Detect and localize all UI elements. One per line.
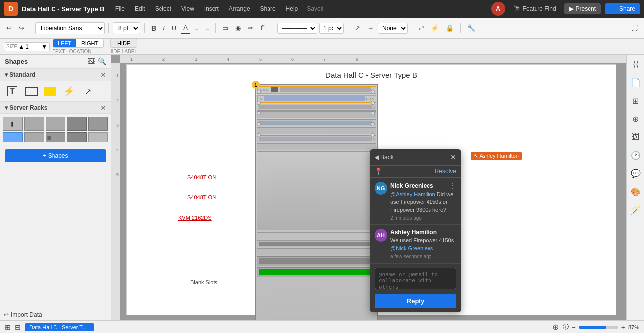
rack-shape-9[interactable] xyxy=(67,132,87,142)
lightning-shape[interactable]: ⚡ xyxy=(61,85,76,97)
rack-row-5[interactable]: ○ xyxy=(257,119,376,126)
menu-view[interactable]: View xyxy=(178,4,197,13)
share-button[interactable]: 👤 Share xyxy=(605,3,640,14)
zoom-out-button[interactable]: − xyxy=(572,323,576,331)
undo-button[interactable]: ↩ xyxy=(4,23,14,33)
import-data-button[interactable]: ↩ Import Data xyxy=(0,309,111,320)
menu-share[interactable]: Share xyxy=(257,4,279,13)
font-size-select[interactable]: 8 pt 10 pt 12 pt xyxy=(113,22,140,34)
help-icon[interactable]: ⓘ xyxy=(563,323,569,331)
font-select[interactable]: Liberation Sans xyxy=(35,22,105,34)
waypoint-button[interactable]: ↗ xyxy=(352,23,363,33)
fullscreen-button[interactable]: ⛶ xyxy=(629,23,640,33)
redo-button[interactable]: ↪ xyxy=(16,23,27,33)
reset-button[interactable]: ⇄ xyxy=(416,23,427,33)
comment-input[interactable] xyxy=(375,268,456,289)
sidebar-image-icon[interactable]: 🖼 xyxy=(88,57,95,65)
zoom-slider[interactable] xyxy=(579,326,618,329)
menu-file[interactable]: File xyxy=(112,4,128,13)
loc-right-button[interactable]: RIGHT xyxy=(76,39,103,47)
fill-button[interactable]: ◉ xyxy=(233,23,243,33)
arrow-shape[interactable]: ↗ xyxy=(80,85,95,97)
align-center-button[interactable]: ≡ xyxy=(203,23,212,33)
arrow-style-button[interactable]: → xyxy=(365,23,376,33)
text-shape[interactable]: T xyxy=(5,85,20,97)
rack-shape-7[interactable] xyxy=(24,132,44,142)
server-racks-close-icon[interactable]: ✕ xyxy=(100,104,106,111)
italic-button[interactable]: I xyxy=(161,23,167,33)
rack-row-selected-1[interactable]: ○ ○ ○ ○ xyxy=(257,86,376,94)
sidebar-search-icon[interactable]: 🔍 xyxy=(98,57,106,65)
reply-button[interactable]: Reply xyxy=(375,294,456,308)
canvas-page[interactable]: Data Hall C - Server Type B ○ ○ ○ ○ ○ 1 … xyxy=(126,64,616,315)
rack-row-8[interactable] xyxy=(257,143,376,150)
feature-find-button[interactable]: 🔭 Feature Find xyxy=(509,3,560,14)
line-width-select[interactable]: 1 px 2 px 3 px xyxy=(319,23,344,34)
grid-list-icon[interactable]: ⊞ xyxy=(5,323,11,331)
rack-row-selected-2[interactable]: ○ 1 0 ○ xyxy=(257,95,376,103)
present-button[interactable]: ▶ Present xyxy=(564,3,601,14)
rack-shape-1[interactable]: ▌ xyxy=(3,117,23,131)
lightning-button[interactable]: ⚡ xyxy=(429,23,441,33)
comment-more-button-1[interactable]: ⋮ xyxy=(449,182,456,190)
underline-button[interactable]: U xyxy=(169,23,179,33)
server-rack[interactable]: ○ ○ ○ ○ ○ 1 0 ○ ○ ○ xyxy=(255,84,378,320)
resolve-button[interactable]: Resolve xyxy=(435,168,456,175)
images-icon[interactable]: 🖼 xyxy=(630,131,642,144)
label-kvm-2162ds[interactable]: KVM 2162DS xyxy=(178,215,212,221)
grid-icon[interactable]: ⊟ xyxy=(15,323,21,331)
font-color-button[interactable]: A xyxy=(181,22,190,34)
menu-select[interactable]: Select xyxy=(152,4,174,13)
align-left-button[interactable]: ≡ xyxy=(192,23,201,33)
zoom-in-button[interactable]: + xyxy=(621,323,625,331)
rack-shape-8[interactable]: |||| xyxy=(46,132,65,142)
rack-row-r840-2[interactable] xyxy=(257,267,376,277)
rack-row-bottom-1[interactable] xyxy=(257,232,376,239)
rack-shape-5[interactable] xyxy=(88,117,108,131)
rect-shape-button[interactable]: ▭ xyxy=(220,23,231,33)
menu-edit[interactable]: Edit xyxy=(132,4,148,13)
canvas-area[interactable]: 12345678 12345 Data Hall C - Server Type… xyxy=(111,55,626,320)
expand-icon[interactable]: ⟨⟨ xyxy=(631,57,641,71)
rack-shape-2[interactable] xyxy=(24,117,44,131)
extras-button[interactable]: 🔧 xyxy=(465,23,478,33)
rack-row-4[interactable] xyxy=(257,111,376,118)
wand-icon[interactable]: 🪄 xyxy=(629,204,643,217)
rack-shape-3[interactable] xyxy=(46,117,65,131)
label-s4048t-on-2[interactable]: S4048T-ON xyxy=(187,194,216,200)
comment-back-button[interactable]: ◀ Back xyxy=(375,154,394,161)
label-blank-slots[interactable]: Blank Slots xyxy=(190,279,217,285)
rack-row-7[interactable]: ○ xyxy=(257,135,376,142)
hide-label-button[interactable]: HIDE xyxy=(110,39,137,48)
layers-icon[interactable]: ⊕ xyxy=(630,112,641,126)
rack-shape-4[interactable] xyxy=(67,117,87,131)
line-style-select[interactable]: ──────── - - - - - xyxy=(277,23,317,34)
rect-shape[interactable] xyxy=(24,85,39,97)
standard-close-icon[interactable]: ✕ xyxy=(100,71,106,79)
menu-help[interactable]: Help xyxy=(283,4,301,13)
comments-icon[interactable]: 💬 xyxy=(629,167,643,180)
pages-icon[interactable]: 📄 xyxy=(629,76,643,89)
rack-shape-10[interactable] xyxy=(88,132,108,142)
user-avatar[interactable]: A xyxy=(491,2,505,16)
rack-row-r840-1[interactable] xyxy=(257,256,376,266)
connection-select[interactable]: None xyxy=(378,23,408,34)
menu-insert[interactable]: Insert xyxy=(201,4,222,13)
clock-icon[interactable]: 🕐 xyxy=(629,149,643,162)
add-page-button[interactable]: ⊕ xyxy=(552,322,559,332)
table-icon[interactable]: ⊞ xyxy=(630,94,641,108)
comment-close-button[interactable]: ✕ xyxy=(450,153,456,161)
lock-button[interactable]: 🔒 xyxy=(443,23,456,33)
menu-arrange[interactable]: Arrange xyxy=(226,4,253,13)
rack-shape-6[interactable] xyxy=(3,132,23,142)
rack-row-3[interactable]: ○ xyxy=(257,104,376,111)
bold-button[interactable]: B xyxy=(149,23,159,33)
add-shapes-button[interactable]: + Shapes xyxy=(5,149,106,162)
page-tab-1[interactable]: Data Hall C - Server Typ... xyxy=(25,323,94,331)
format-button[interactable]: 🗒 xyxy=(258,23,269,33)
size-input[interactable] xyxy=(25,43,40,50)
size-up-icon[interactable]: ▲ xyxy=(18,43,24,50)
rack-row-bottom-2[interactable] xyxy=(257,240,376,247)
loc-left-button[interactable]: LEFT xyxy=(53,39,76,47)
label-s4048t-on-1[interactable]: S4048T-ON xyxy=(187,174,216,180)
